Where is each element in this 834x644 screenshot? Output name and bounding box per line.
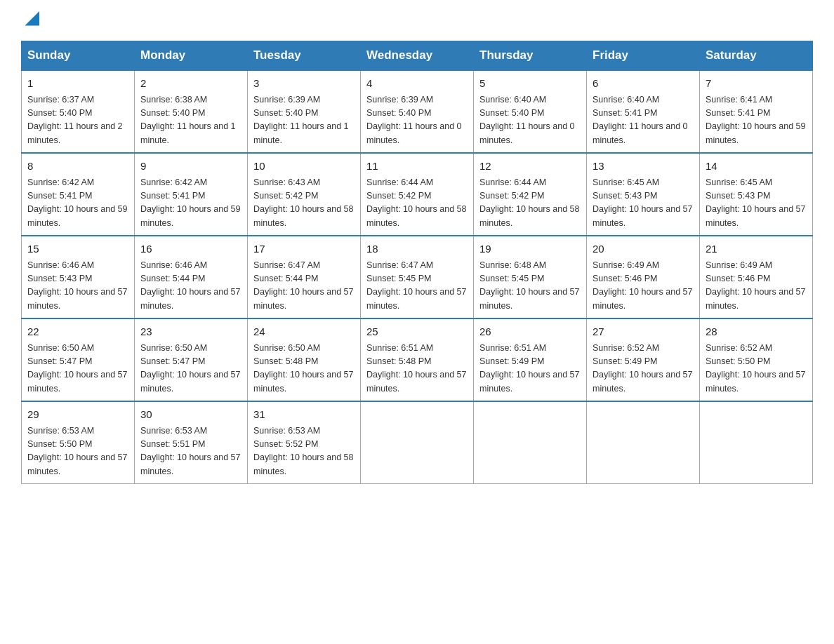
day-number: 17 [253,241,355,257]
calendar-cell: 11Sunrise: 6:44 AMSunset: 5:42 PMDayligh… [361,153,474,236]
day-info: Sunrise: 6:47 AMSunset: 5:44 PMDaylight:… [253,259,355,314]
day-info: Sunrise: 6:46 AMSunset: 5:43 PMDaylight:… [27,259,128,314]
day-number: 29 [27,407,128,423]
day-info: Sunrise: 6:42 AMSunset: 5:41 PMDaylight:… [27,176,128,231]
day-info: Sunrise: 6:50 AMSunset: 5:48 PMDaylight:… [253,342,355,396]
calendar-week-row: 22Sunrise: 6:50 AMSunset: 5:47 PMDayligh… [22,318,813,401]
day-number: 5 [479,76,581,92]
calendar-cell: 1Sunrise: 6:37 AMSunset: 5:40 PMDaylight… [22,70,135,153]
day-info: Sunrise: 6:46 AMSunset: 5:44 PMDaylight:… [140,259,241,314]
day-info: Sunrise: 6:50 AMSunset: 5:47 PMDaylight:… [140,342,241,396]
calendar-cell: 24Sunrise: 6:50 AMSunset: 5:48 PMDayligh… [248,318,361,401]
calendar-cell: 25Sunrise: 6:51 AMSunset: 5:48 PMDayligh… [361,318,474,401]
weekday-header-row: Sunday Monday Tuesday Wednesday Thursday… [22,41,813,71]
day-info: Sunrise: 6:43 AMSunset: 5:42 PMDaylight:… [253,176,355,231]
day-number: 7 [706,76,807,92]
header-sunday: Sunday [22,41,135,71]
day-info: Sunrise: 6:52 AMSunset: 5:50 PMDaylight:… [706,342,807,396]
day-number: 6 [593,76,694,92]
day-info: Sunrise: 6:44 AMSunset: 5:42 PMDaylight:… [366,176,468,231]
day-info: Sunrise: 6:53 AMSunset: 5:51 PMDaylight:… [140,424,241,479]
day-number: 25 [366,324,468,340]
calendar-cell: 3Sunrise: 6:39 AMSunset: 5:40 PMDaylight… [248,70,361,153]
day-number: 13 [593,159,694,175]
calendar-body: 1Sunrise: 6:37 AMSunset: 5:40 PMDaylight… [22,70,813,484]
day-info: Sunrise: 6:40 AMSunset: 5:40 PMDaylight:… [479,93,581,148]
calendar-week-row: 29Sunrise: 6:53 AMSunset: 5:50 PMDayligh… [22,401,813,484]
day-info: Sunrise: 6:49 AMSunset: 5:46 PMDaylight:… [593,259,694,314]
day-info: Sunrise: 6:42 AMSunset: 5:41 PMDaylight:… [140,176,241,231]
calendar-cell: 22Sunrise: 6:50 AMSunset: 5:47 PMDayligh… [22,318,135,401]
calendar-cell [361,401,474,484]
day-info: Sunrise: 6:41 AMSunset: 5:41 PMDaylight:… [706,93,807,148]
day-info: Sunrise: 6:37 AMSunset: 5:40 PMDaylight:… [27,93,128,148]
day-number: 30 [140,407,241,423]
day-info: Sunrise: 6:45 AMSunset: 5:43 PMDaylight:… [593,176,694,231]
day-info: Sunrise: 6:49 AMSunset: 5:46 PMDaylight:… [706,259,807,314]
svg-marker-0 [25,11,39,26]
calendar-cell: 2Sunrise: 6:38 AMSunset: 5:40 PMDaylight… [135,70,248,153]
day-info: Sunrise: 6:40 AMSunset: 5:41 PMDaylight:… [593,93,694,148]
day-info: Sunrise: 6:45 AMSunset: 5:43 PMDaylight:… [706,176,807,231]
header-tuesday: Tuesday [248,41,361,71]
calendar-week-row: 8Sunrise: 6:42 AMSunset: 5:41 PMDaylight… [22,153,813,236]
day-info: Sunrise: 6:44 AMSunset: 5:42 PMDaylight:… [479,176,581,231]
day-number: 23 [140,324,241,340]
day-info: Sunrise: 6:53 AMSunset: 5:52 PMDaylight:… [253,424,355,479]
day-number: 22 [27,324,128,340]
calendar-cell: 8Sunrise: 6:42 AMSunset: 5:41 PMDaylight… [22,153,135,236]
calendar-cell: 21Sunrise: 6:49 AMSunset: 5:46 PMDayligh… [700,236,813,318]
day-number: 1 [27,76,128,92]
header-monday: Monday [135,41,248,71]
day-info: Sunrise: 6:47 AMSunset: 5:45 PMDaylight:… [366,259,468,314]
calendar-cell: 29Sunrise: 6:53 AMSunset: 5:50 PMDayligh… [22,401,135,484]
day-number: 8 [27,159,128,175]
calendar-cell: 17Sunrise: 6:47 AMSunset: 5:44 PMDayligh… [248,236,361,318]
calendar-cell: 9Sunrise: 6:42 AMSunset: 5:41 PMDaylight… [135,153,248,236]
day-number: 27 [593,324,694,340]
day-info: Sunrise: 6:50 AMSunset: 5:47 PMDaylight:… [27,342,128,396]
calendar-table: Sunday Monday Tuesday Wednesday Thursday… [21,41,813,484]
calendar-cell: 15Sunrise: 6:46 AMSunset: 5:43 PMDayligh… [22,236,135,318]
calendar-cell: 16Sunrise: 6:46 AMSunset: 5:44 PMDayligh… [135,236,248,318]
calendar-cell: 13Sunrise: 6:45 AMSunset: 5:43 PMDayligh… [587,153,700,236]
day-info: Sunrise: 6:38 AMSunset: 5:40 PMDaylight:… [140,93,241,148]
calendar-cell [474,401,587,484]
day-number: 20 [593,241,694,257]
day-number: 16 [140,241,241,257]
calendar-cell: 28Sunrise: 6:52 AMSunset: 5:50 PMDayligh… [700,318,813,401]
logo-triangle-icon [22,11,39,28]
calendar-cell [587,401,700,484]
calendar-cell: 20Sunrise: 6:49 AMSunset: 5:46 PMDayligh… [587,236,700,318]
day-number: 28 [706,324,807,340]
day-number: 4 [366,76,468,92]
logo [21,14,39,28]
calendar-cell: 6Sunrise: 6:40 AMSunset: 5:41 PMDaylight… [587,70,700,153]
calendar-cell: 18Sunrise: 6:47 AMSunset: 5:45 PMDayligh… [361,236,474,318]
header-wednesday: Wednesday [361,41,474,71]
calendar-cell: 7Sunrise: 6:41 AMSunset: 5:41 PMDaylight… [700,70,813,153]
day-number: 2 [140,76,241,92]
calendar-cell: 12Sunrise: 6:44 AMSunset: 5:42 PMDayligh… [474,153,587,236]
day-number: 15 [27,241,128,257]
day-number: 3 [253,76,355,92]
calendar-cell: 23Sunrise: 6:50 AMSunset: 5:47 PMDayligh… [135,318,248,401]
calendar-cell: 10Sunrise: 6:43 AMSunset: 5:42 PMDayligh… [248,153,361,236]
day-number: 10 [253,159,355,175]
page-header [21,14,813,28]
day-info: Sunrise: 6:51 AMSunset: 5:48 PMDaylight:… [366,342,468,396]
day-info: Sunrise: 6:39 AMSunset: 5:40 PMDaylight:… [253,93,355,148]
calendar-week-row: 15Sunrise: 6:46 AMSunset: 5:43 PMDayligh… [22,236,813,318]
calendar-cell: 31Sunrise: 6:53 AMSunset: 5:52 PMDayligh… [248,401,361,484]
calendar-cell: 26Sunrise: 6:51 AMSunset: 5:49 PMDayligh… [474,318,587,401]
day-number: 18 [366,241,468,257]
day-number: 11 [366,159,468,175]
day-number: 14 [706,159,807,175]
calendar-week-row: 1Sunrise: 6:37 AMSunset: 5:40 PMDaylight… [22,70,813,153]
calendar-cell: 14Sunrise: 6:45 AMSunset: 5:43 PMDayligh… [700,153,813,236]
day-number: 21 [706,241,807,257]
calendar-cell: 27Sunrise: 6:52 AMSunset: 5:49 PMDayligh… [587,318,700,401]
calendar-cell: 5Sunrise: 6:40 AMSunset: 5:40 PMDaylight… [474,70,587,153]
calendar-cell: 4Sunrise: 6:39 AMSunset: 5:40 PMDaylight… [361,70,474,153]
day-number: 12 [479,159,581,175]
